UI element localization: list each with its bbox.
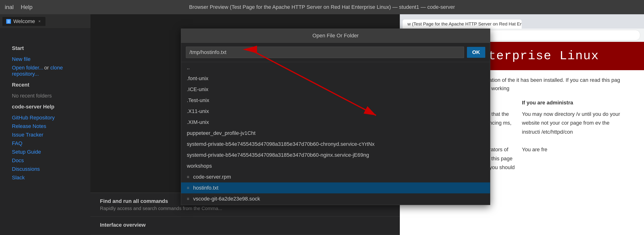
or-text: or xyxy=(44,65,50,71)
dialog-item-name: systemd-private-b54e7455435d47098a3185e3… xyxy=(187,152,369,158)
sidebar: ☰ Welcome × Start New file Open folder..… xyxy=(0,14,90,235)
dialog-list-item[interactable]: .font-unix xyxy=(181,73,490,84)
dialog-item-name: vscode-git-6a2de23e98.sock xyxy=(193,196,260,202)
main-layout: ☰ Welcome × Start New file Open folder..… xyxy=(0,14,644,235)
dialog-list-item[interactable]: .XIM-unix xyxy=(181,117,490,128)
dialog-item-name: .. xyxy=(187,64,190,71)
welcome-tab-label: Welcome xyxy=(13,18,35,24)
dialog-list-item[interactable]: .ICE-unix xyxy=(181,84,490,95)
dialog-title: Open File Or Folder xyxy=(181,29,490,43)
rhel-col-2: If you are administra You may now direct… xyxy=(522,98,634,172)
window-title: Browser Preview (Test Page for the Apach… xyxy=(189,4,455,10)
menu-help[interactable]: Help xyxy=(21,4,32,10)
open-folder-link[interactable]: Open folder... xyxy=(12,65,43,71)
no-recent-text: No recent folders xyxy=(12,93,78,99)
rhel-col2-title: If you are administra xyxy=(522,98,627,107)
command-1-desc: Rapidly access and search commands from … xyxy=(100,206,390,211)
dialog-item-name: .font-unix xyxy=(187,75,208,82)
dialog-item-name: hostinfo.txt xyxy=(193,185,218,191)
dialog-path-input[interactable] xyxy=(186,47,464,58)
dialog-list-item[interactable]: .Test-unix xyxy=(181,95,490,106)
dialog-item-name: .X11-unix xyxy=(187,108,209,114)
command-item-2[interactable]: Interface overview xyxy=(90,217,400,235)
file-icon: ≡ xyxy=(187,197,190,202)
dialog-list-item[interactable]: puppeteer_dev_profile-jv1Cht xyxy=(181,128,490,139)
dialog-ok-button[interactable]: OK xyxy=(467,47,485,58)
welcome-tab[interactable]: ☰ Welcome × xyxy=(2,17,46,26)
welcome-tab-icon: ☰ xyxy=(6,19,11,24)
dialog-item-name: .Test-unix xyxy=(187,97,209,103)
dialog-list-item[interactable]: .. xyxy=(181,62,490,73)
faq-link[interactable]: FAQ xyxy=(12,140,78,147)
setup-guide-link[interactable]: Setup Guide xyxy=(12,149,78,155)
dialog-list-item[interactable]: workshops xyxy=(181,161,490,172)
dialog-list-item[interactable]: .X11-unix xyxy=(181,106,490,117)
github-repo-link[interactable]: GitHub Repository xyxy=(12,115,78,121)
file-icon: ≡ xyxy=(187,186,190,191)
command-2-title: Interface overview xyxy=(100,222,390,228)
dialog-list-item[interactable]: systemd-private-b54e7455435d47098a3185e3… xyxy=(181,139,490,150)
browser-tab-bar: w (Test Page for the Apache HTTP Server … xyxy=(400,14,644,28)
dialog-item-name: code-server.rpm xyxy=(193,174,231,180)
dialog-list-item[interactable]: ≡hostinfo.txt xyxy=(181,183,490,193)
rhel-col2-footer: You are fre xyxy=(522,145,627,154)
browser-tab-title: w (Test Page for the Apache HTTP Server … xyxy=(408,21,522,27)
start-section-title: Start xyxy=(12,45,78,51)
rhel-col2-text: You may now directory /v until you do yo… xyxy=(522,110,627,136)
dialog-list-item[interactable]: systemd-private-b54e7455435d47098a3185e3… xyxy=(181,150,490,161)
open-file-dialog: Open File Or Folder OK ...font-unix.ICE-… xyxy=(181,28,490,205)
menu-inal[interactable]: inal xyxy=(5,4,14,10)
slack-link[interactable]: Slack xyxy=(12,175,78,181)
dialog-list-item[interactable]: ≡code-server.rpm xyxy=(181,172,490,183)
dialog-file-list: ...font-unix.ICE-unix.Test-unix.X11-unix… xyxy=(181,62,490,205)
tab-bar: ☰ Welcome × xyxy=(0,14,90,28)
discussions-link[interactable]: Discussions xyxy=(12,166,78,172)
browser-active-tab[interactable]: w (Test Page for the Apache HTTP Server … xyxy=(403,19,522,28)
file-icon: ≡ xyxy=(187,175,190,180)
open-folder-row: Open folder... or clone repository... xyxy=(12,65,78,77)
recent-section-title: Recent xyxy=(12,82,78,88)
dialog-list-item[interactable]: ≡vscode-ipc xyxy=(181,204,490,205)
dialog-item-name: workshops xyxy=(187,163,212,169)
dialog-item-name: puppeteer_dev_profile-jv1Cht xyxy=(187,130,256,136)
new-file-link[interactable]: New file xyxy=(12,56,78,62)
dialog-item-name: .ICE-unix xyxy=(187,86,208,92)
sidebar-content: Start New file Open folder... or clone r… xyxy=(5,36,86,190)
dialog-list-item[interactable]: ≡vscode-git-6a2de23e98.sock xyxy=(181,193,490,204)
welcome-tab-close[interactable]: × xyxy=(37,19,42,24)
help-section-title: code-server Help xyxy=(12,104,78,110)
dialog-item-name: systemd-private-b54e7455435d47098a3185e3… xyxy=(187,141,374,147)
right-area: Open File Or Folder OK ...font-unix.ICE-… xyxy=(90,14,644,235)
docs-link[interactable]: Docs xyxy=(12,158,78,164)
dialog-input-row: OK xyxy=(181,43,490,62)
dialog-item-name: .XIM-unix xyxy=(187,119,209,125)
issue-tracker-link[interactable]: Issue Tracker xyxy=(12,132,78,138)
title-bar: inal Help Browser Preview (Test Page for… xyxy=(0,0,644,14)
release-notes-link[interactable]: Release Notes xyxy=(12,123,78,129)
